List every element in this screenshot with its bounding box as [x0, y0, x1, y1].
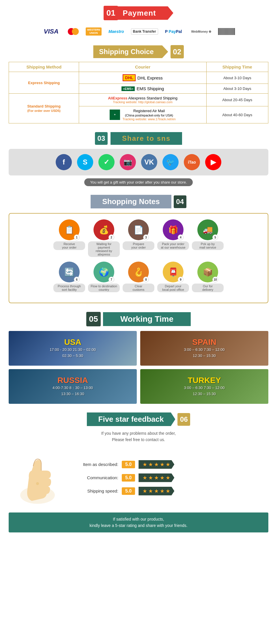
russia-times: 4:00-7:30 8：30 – 13:0013:30 – 16:30 [53, 385, 93, 397]
feedback-subtitle: If you have any problems about the order… [9, 430, 268, 443]
rating-row-described: Item as described: 5.0 ★ ★ ★ ★ ★ [72, 460, 268, 469]
vk-icon[interactable]: VK [141, 154, 157, 170]
post-time: About 40-60 Days [206, 106, 268, 123]
spain-label: SPAIN [184, 338, 225, 347]
rating-stars-communication: ★ ★ ★ ★ ★ [138, 473, 174, 482]
share-note: You will get a gift with your order afte… [84, 178, 193, 186]
star-5: ★ [166, 475, 170, 481]
star-1: ★ [143, 488, 147, 494]
turkey-times: 3:00 – 6:30 7:30 – 12:0012:30 – 15:30 [184, 385, 225, 397]
skype-icon[interactable]: S [77, 154, 93, 170]
mastercard-logo [65, 27, 81, 36]
webmoney-logo: WebMoney ⊕ [189, 29, 214, 35]
ems-logo-box: ≡EMS≡ [121, 86, 135, 91]
feedback-num: 06 [177, 413, 190, 426]
note-icon-8: 🪝8 [128, 262, 149, 282]
notes-box: 📋1 Receiveyour order 💰2 Waiting for paym… [9, 213, 268, 303]
bank-transfer-logo: Bank Transfer [131, 28, 158, 35]
ratings-container: Item as described: 5.0 ★ ★ ★ ★ ★ Communi… [72, 460, 268, 495]
note-label-7: Flow to destinationcountry [88, 284, 120, 292]
share-title: Share to sns [111, 132, 182, 145]
star-4: ★ [160, 488, 164, 494]
note-item-5: 🚚5 Pck up bymail service [192, 219, 224, 257]
itao-icon[interactable]: iTao [184, 154, 200, 170]
star-2: ★ [148, 488, 153, 494]
rating-row-shipping: Shipping speed: 5.0 ★ ★ ★ ★ ★ [72, 487, 268, 495]
ali-tracking: Tracking website: http://global.cainiao.… [83, 100, 203, 104]
youtube-icon[interactable]: ▶ [205, 154, 221, 170]
payment-title: Payment [117, 6, 173, 20]
instagram-icon[interactable]: 📷 [120, 154, 136, 170]
rating-score-shipping: 5.0 [122, 487, 135, 495]
col-courier: Courier [79, 62, 206, 72]
note-item-9: 📮9 Depart yourlocal post office [157, 262, 189, 292]
russia-label: RUSSIA [53, 376, 93, 385]
maestro-logo: Maestro [106, 28, 126, 35]
feedback-content: Item as described: 5.0 ★ ★ ★ ★ ★ Communi… [9, 449, 268, 507]
post-tracking: Tracking website: www.17track.net/en [122, 117, 175, 121]
notes-row-2: 🔄6 Process throughsort facility 🌍7 Flow … [15, 262, 262, 292]
feedback-title: Five star feedback [87, 412, 175, 426]
note-icon-3: 📄3 [128, 219, 149, 240]
dhl-logo-box: DHL [123, 74, 136, 81]
whatsapp-icon[interactable]: ✓ [98, 154, 115, 170]
note-label-5: Pck up bymail service [192, 241, 224, 250]
rating-label-shipping: Shipping speed: [72, 488, 118, 493]
paypal-logo: P PayPal [163, 28, 184, 35]
rating-row-communication: Communication: 5.0 ★ ★ ★ ★ ★ [72, 473, 268, 482]
payment-num: 01 [104, 6, 118, 20]
feedback-footer: If satisfied with our products,kindly le… [9, 512, 268, 532]
working-num: 05 [86, 312, 101, 326]
working-card-usa: USA 17:00 - 20:30 21:30 – 02:0002:30 – 5… [9, 331, 137, 366]
post-name: Registered Air Mail(China post/epacket-o… [122, 109, 175, 117]
col-time: Shipping Time [206, 62, 268, 72]
star-5: ★ [166, 488, 170, 494]
table-row: Standard Shipping(For order over USD5) A… [9, 94, 268, 106]
social-icons-container: f S ✓ 📷 VK 🐦 iTao ▶ [9, 149, 268, 175]
note-label-10: Our fordelivery [192, 284, 224, 292]
ali-logo: AliExpress [108, 96, 127, 100]
working-title: Working Time [103, 312, 191, 326]
payment-header: 01 Payment [0, 6, 277, 20]
note-label-6: Process throughsort facility [53, 284, 85, 292]
star-3: ★ [154, 461, 159, 468]
note-icon-10: 📦10 [197, 262, 218, 282]
facebook-icon[interactable]: f [56, 154, 72, 170]
ems-time: About 3-10 Days [206, 84, 268, 94]
thumbs-up-icon [9, 449, 66, 507]
shipping-header: Shipping Choice 02 [9, 45, 268, 58]
rating-score-communication: 5.0 [122, 474, 135, 482]
note-item-1: 📋1 Receiveyour order [53, 219, 85, 257]
star-1: ★ [143, 475, 147, 481]
note-label-3: Prepareyour order [123, 241, 154, 250]
note-icon-1: 📋1 [59, 219, 80, 240]
dhl-time: About 3-10 Days [206, 72, 268, 84]
working-header: 05 Working Time [9, 312, 268, 326]
shipping-num: 02 [171, 45, 184, 58]
note-icon-6: 🔄6 [59, 262, 80, 282]
star-5: ★ [166, 461, 170, 468]
share-num: 03 [95, 132, 108, 145]
note-icon-7: 🌍7 [93, 262, 114, 282]
note-icon-2: 💰2 [93, 219, 114, 240]
usa-label: USA [50, 338, 96, 347]
section-feedback: Five star feedback 06 If you have any pr… [0, 410, 277, 538]
section-payment: 01 Payment VISA WESTERNUNION Maestro Ban… [0, 0, 277, 45]
standard-shipping-label: Standard Shipping(For order over USD5) [9, 94, 79, 123]
ali-courier: AliExpress Aliexpress Standard Shipping … [79, 94, 206, 106]
notes-title: Shopping Notes [91, 195, 171, 208]
ems-courier: ≡EMS≡ EMS Shipping [79, 84, 206, 94]
usa-times: 17:00 - 20:30 21:30 – 02:0002:30 – 5:30 [50, 347, 96, 359]
section-working: 05 Working Time USA 17:00 - 20:30 21:30 … [0, 309, 277, 410]
table-row: Express Shipping DHL DHL Express About 3… [9, 72, 268, 84]
star-1: ★ [143, 461, 147, 468]
note-label-1: Receiveyour order [53, 241, 85, 250]
notes-header: Shopping Notes 04 [9, 195, 268, 208]
boletol-logo [218, 28, 235, 35]
share-header: 03 Share to sns [9, 132, 268, 145]
rating-label-communication: Communication: [72, 475, 118, 480]
twitter-icon[interactable]: 🐦 [162, 154, 179, 170]
note-icon-9: 📮9 [163, 262, 184, 282]
notes-num: 04 [174, 195, 186, 208]
spain-times: 3:00 – 6:30 7:30 – 12:0012:30 – 15:30 [184, 347, 225, 359]
